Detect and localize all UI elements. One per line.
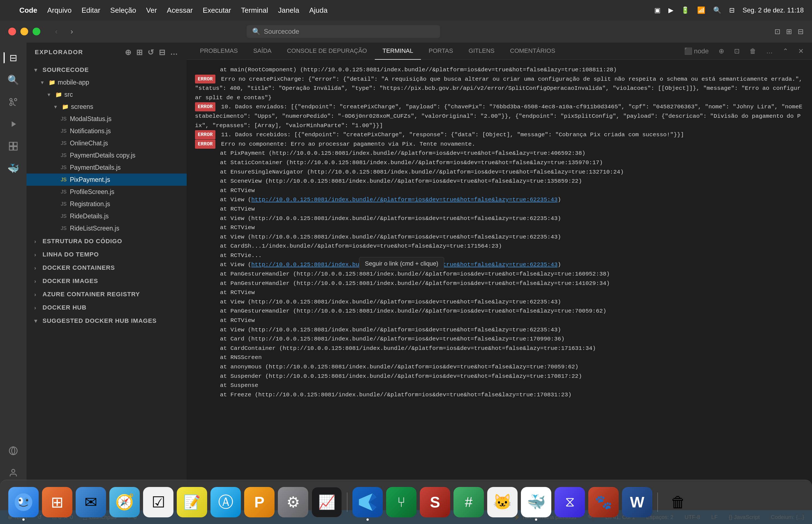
tab-problems[interactable]: PROBLEMAS bbox=[192, 43, 246, 60]
window-chrome: ‹ › 🔍 Sourcecode ⊡ ⊞ ⊟ bbox=[0, 20, 812, 43]
battery-icon[interactable]: 🔋 bbox=[681, 6, 689, 14]
section-docker-images-header[interactable]: › DOCKER IMAGES bbox=[27, 275, 187, 288]
terminal-line: at EnsureSingleNavigator (http://10.0.0.… bbox=[195, 167, 804, 177]
split-editor-icon[interactable]: ⊡ bbox=[775, 27, 780, 36]
screen-mirror-icon[interactable]: ▣ bbox=[654, 6, 661, 14]
section-code-structure-header[interactable]: › ESTRUTURA DO CÓDIGO bbox=[27, 235, 187, 248]
tree-screens[interactable]: ▾ 📁 screens bbox=[27, 101, 187, 113]
close-terminal-btn[interactable]: ✕ bbox=[795, 46, 807, 56]
tree-mobile-app[interactable]: ▾ 📁 mobile-app bbox=[27, 76, 187, 88]
activity-run[interactable] bbox=[4, 114, 23, 134]
dock-notes[interactable]: 📝 bbox=[177, 487, 207, 518]
file-profilescreen[interactable]: JS ProfileScreen.js bbox=[27, 186, 187, 198]
file-notifications[interactable]: JS Notifications.js bbox=[27, 125, 187, 137]
menu-ajuda[interactable]: Ajuda bbox=[309, 6, 327, 15]
svg-point-10 bbox=[15, 493, 32, 511]
wifi-icon[interactable]: 📶 bbox=[697, 6, 705, 14]
dock-stocks[interactable]: 📈 bbox=[311, 487, 342, 518]
file-paymentdetails[interactable]: JS PaymentDetails.js bbox=[27, 161, 187, 174]
menu-code[interactable]: Code bbox=[19, 6, 37, 15]
dock-gitkraken2[interactable]: ⧖ bbox=[555, 487, 585, 518]
editor-layout-icon[interactable]: ⊞ bbox=[786, 27, 792, 36]
dock-gitkraken[interactable]: ⑂ bbox=[386, 487, 417, 518]
customize-layout-icon[interactable]: ⊟ bbox=[798, 27, 804, 36]
tab-saida[interactable]: SAÍDA bbox=[246, 43, 279, 60]
activity-explorer[interactable]: ⊟ bbox=[4, 48, 23, 67]
new-folder-icon[interactable]: ⊞ bbox=[136, 48, 143, 57]
dock-trash[interactable]: 🗑 bbox=[663, 487, 693, 518]
dock-appstore[interactable]: Ⓐ bbox=[210, 487, 241, 518]
tree-src[interactable]: ▾ 📁 src bbox=[27, 88, 187, 101]
menu-executar[interactable]: Executar bbox=[203, 6, 231, 15]
maximize-button[interactable] bbox=[33, 28, 40, 35]
link-view-2[interactable]: http://10.0.0.125:8081/index.bundle//&pl… bbox=[251, 261, 558, 268]
dock-finder[interactable] bbox=[8, 487, 39, 518]
terminal-line: at View (http://10.0.0.125:8081/index.bu… bbox=[195, 325, 804, 335]
tab-terminal[interactable]: TERMINAL bbox=[375, 43, 421, 60]
tab-console-depuracao[interactable]: CONSOLE DE DEPURAÇÃO bbox=[279, 43, 375, 60]
dock-reminders[interactable]: ☑ bbox=[143, 487, 173, 518]
terminal-chevron-up[interactable]: ⌃ bbox=[780, 46, 791, 56]
dock-sequel[interactable]: S bbox=[420, 487, 450, 518]
file-paymentdetails-copy[interactable]: JS PaymentDetails copy.js bbox=[27, 149, 187, 161]
section-docker-hub-header[interactable]: › DOCKER HUB bbox=[27, 301, 187, 314]
dock-pockity[interactable]: 🐱 bbox=[487, 487, 518, 518]
tab-portas[interactable]: PORTAS bbox=[421, 43, 461, 60]
more-terminal-btn[interactable]: … bbox=[763, 46, 776, 56]
activity-remote[interactable] bbox=[4, 441, 23, 460]
section-azure-container-registry-header[interactable]: › AZURE CONTAINER REGISTRY bbox=[27, 288, 187, 301]
new-terminal-btn[interactable]: ⊕ bbox=[716, 46, 727, 56]
search-bar[interactable]: 🔍 Sourcecode bbox=[247, 25, 440, 38]
file-ridedetails[interactable]: JS RideDetails.js bbox=[27, 210, 187, 222]
collapse-icon[interactable]: ⊟ bbox=[159, 48, 166, 57]
menu-editar[interactable]: Editar bbox=[82, 6, 100, 15]
dock-docker[interactable]: 🐳 bbox=[521, 487, 551, 518]
dock-numbers[interactable]: # bbox=[454, 487, 484, 518]
file-registration[interactable]: JS Registration.js bbox=[27, 198, 187, 210]
js-icon: JS bbox=[61, 189, 67, 195]
dock-launchpad[interactable]: ⊞ bbox=[42, 487, 72, 518]
section-suggested-docker-hub-header[interactable]: ▾ SUGGESTED DOCKER HUB IMAGES bbox=[27, 314, 187, 327]
minimize-button[interactable] bbox=[20, 28, 28, 35]
activity-docker[interactable]: 🐳 bbox=[4, 159, 23, 178]
terminal-node-tab[interactable]: ⬛ node bbox=[681, 46, 711, 56]
menu-selecao[interactable]: Seleção bbox=[110, 6, 136, 15]
section-docker-containers: › DOCKER CONTAINERS bbox=[27, 261, 187, 274]
menu-acessar[interactable]: Acessar bbox=[167, 6, 193, 15]
section-timeline-header[interactable]: › LINHA DO TEMPO bbox=[27, 248, 187, 261]
dock-vscode[interactable] bbox=[352, 487, 383, 518]
tab-gitlens[interactable]: GITLENS bbox=[461, 43, 502, 60]
new-file-icon[interactable]: ⊕ bbox=[125, 48, 132, 57]
dock-safari[interactable]: 🧭 bbox=[109, 487, 140, 518]
more-actions-icon[interactable]: … bbox=[170, 48, 179, 57]
file-pixpayment[interactable]: JS PixPayment.js bbox=[27, 174, 187, 186]
file-ridelistscreen[interactable]: JS RideListScreen.js bbox=[27, 222, 187, 234]
link-view[interactable]: http://10.0.0.125:8081/index.bundle//&pl… bbox=[251, 197, 558, 203]
activity-search[interactable]: 🔍 bbox=[4, 70, 23, 89]
dock-word[interactable]: W bbox=[622, 487, 653, 518]
menu-arquivo[interactable]: Arquivo bbox=[47, 6, 71, 15]
control-center-icon[interactable]: ⊟ bbox=[729, 6, 735, 14]
activity-source-control[interactable] bbox=[4, 92, 23, 112]
search-menu-icon[interactable]: 🔍 bbox=[713, 6, 722, 14]
dock-pages[interactable]: P bbox=[244, 487, 274, 518]
tab-comentarios[interactable]: COMENTÁRIOS bbox=[502, 43, 563, 60]
menu-janela[interactable]: Janela bbox=[278, 6, 299, 15]
file-modalstatus[interactable]: JS ModalStatus.js bbox=[27, 113, 187, 125]
back-button[interactable]: ‹ bbox=[51, 27, 61, 36]
kill-terminal-btn[interactable]: 🗑 bbox=[747, 46, 759, 56]
activity-extensions[interactable] bbox=[4, 136, 23, 156]
dock-sysprefs[interactable]: ⚙ bbox=[278, 487, 308, 518]
file-onlinechat[interactable]: JS OnlineChat.js bbox=[27, 137, 187, 149]
refresh-icon[interactable]: ↺ bbox=[148, 48, 154, 57]
forward-button[interactable]: › bbox=[67, 27, 77, 36]
play-icon[interactable]: ▶ bbox=[669, 6, 673, 14]
section-docker-containers-header[interactable]: › DOCKER CONTAINERS bbox=[27, 261, 187, 274]
section-sourcecode-header[interactable]: ▾ SOURCECODE bbox=[27, 64, 187, 76]
dock-mail[interactable]: ✉ bbox=[76, 487, 106, 518]
split-terminal-btn[interactable]: ⊡ bbox=[731, 46, 742, 56]
menu-ver[interactable]: Ver bbox=[146, 6, 157, 15]
dock-paw[interactable]: 🐾 bbox=[588, 487, 619, 518]
close-button[interactable] bbox=[8, 28, 16, 35]
menu-terminal[interactable]: Terminal bbox=[241, 6, 268, 15]
